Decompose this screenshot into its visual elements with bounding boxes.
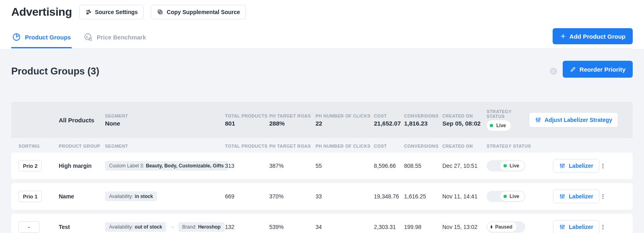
target-roas-value: 288% — [269, 120, 285, 127]
sliders-icon — [85, 9, 92, 15]
segment-label: SEGMENT — [105, 113, 225, 118]
status-value: Live — [496, 123, 506, 128]
priority-chip[interactable]: Prio 2 — [19, 160, 42, 171]
source-settings-button[interactable]: Source Settings — [79, 5, 144, 19]
source-settings-label: Source Settings — [95, 9, 138, 15]
cell-cost: 2,303.31 — [374, 224, 404, 230]
segment-chip[interactable]: Custom Label 3: Beauty, Body, Customizab… — [105, 161, 228, 171]
col-segment: SEGMENT — [105, 144, 225, 148]
plus-icon — [560, 33, 566, 39]
copy-supplemental-label: Copy Supplemental Source — [167, 9, 240, 15]
adjust-labelizer-button[interactable]: Adjust Labelizer Strategy — [529, 112, 618, 128]
table-row: -TestAvailability: out of stock→Brand: H… — [11, 214, 633, 233]
segment-chip[interactable]: Brand: Heroshop — [178, 222, 225, 232]
status-dot-icon — [490, 124, 493, 127]
add-product-group-button[interactable]: Add Product Group — [553, 28, 633, 44]
adjust-labelizer-label: Adjust Labelizer Strategy — [545, 117, 612, 123]
segment-value: None — [105, 120, 120, 127]
clicks-value: 22 — [316, 120, 322, 127]
arrow-right-icon: → — [169, 224, 175, 230]
col-clicks: PH NUMBER OF CLICKS — [316, 144, 374, 148]
status-toggle[interactable]: Live — [487, 191, 525, 202]
cell-cost: 19,348.76 — [374, 193, 404, 200]
labelizer-button[interactable]: Labelizer — [553, 159, 599, 173]
sliders-vertical-icon — [535, 117, 541, 123]
col-total-products: TOTAL PRODUCTS — [225, 144, 269, 148]
product-group-name[interactable]: Name — [59, 193, 105, 200]
col-status: STRATEGY STATUS — [487, 144, 529, 148]
tab-price-benchmark[interactable]: Price Benchmark — [83, 29, 147, 48]
cell-conversions: 808.55 — [404, 163, 442, 169]
labelizer-label: Labelizer — [569, 163, 593, 169]
status-toggle[interactable]: Live — [487, 160, 525, 171]
labelizer-label: Labelizer — [569, 224, 593, 230]
status-label: STRATEGY STATUS — [487, 109, 529, 119]
table-row: Prio 1NameAvailability: in stock669370%3… — [11, 183, 633, 210]
product-group-name[interactable]: High margin — [59, 163, 105, 169]
cell-conversions: 1,616.25 — [404, 193, 442, 200]
cost-label: COST — [374, 113, 404, 118]
status-badge: Live — [487, 120, 511, 131]
conversions-value: 1,816.23 — [404, 120, 427, 127]
cost-value: 21,652.07 — [374, 120, 401, 127]
tab-product-groups-label: Product Groups — [25, 34, 71, 41]
cell-clicks: 34 — [316, 224, 374, 230]
sliders-vertical-icon — [559, 163, 566, 169]
cell-clicks: 55 — [316, 163, 374, 169]
cell-target-roas: 539% — [269, 224, 316, 230]
sliders-vertical-icon — [559, 193, 566, 200]
col-created: CREATED ON — [442, 144, 487, 148]
add-product-group-label: Add Product Group — [570, 33, 625, 40]
summary-all-products: All Products SEGMENT None TOTAL PRODUCTS… — [11, 102, 633, 138]
segment-chip[interactable]: Availability: out of stock — [105, 222, 166, 232]
tab-product-groups[interactable]: Product Groups — [11, 29, 72, 48]
more-menu-icon[interactable]: ⋮ — [599, 193, 607, 200]
cell-total-products: 313 — [225, 163, 269, 169]
cell-created: Nov 11, 14:41 — [442, 193, 487, 200]
labelizer-button[interactable]: Labelizer — [553, 220, 599, 233]
total-products-value: 801 — [225, 120, 235, 127]
col-sorting: SORTING — [19, 144, 59, 148]
status-text: Paused — [495, 224, 512, 230]
priority-chip[interactable]: Prio 1 — [19, 191, 42, 202]
conversions-label: CONVERSIONS — [404, 113, 442, 118]
more-menu-icon[interactable]: ⋮ — [599, 224, 607, 230]
cell-created: Dec 27, 10:51 — [442, 163, 487, 169]
clicks-label: PH NUMBER OF CLICKS — [316, 113, 374, 118]
target-roas-label: PH TARGET ROAS — [269, 113, 316, 118]
segment-cell: Availability: out of stock→Brand: Herosh… — [105, 222, 225, 232]
segment-cell: Custom Label 3: Beauty, Body, Customizab… — [105, 161, 225, 171]
section-title: Product Groups (3) — [11, 66, 99, 77]
table-header: SORTING PRODUCT GROUP SEGMENT TOTAL PROD… — [11, 144, 633, 148]
priority-chip[interactable]: - — [19, 221, 39, 233]
sliders-vertical-icon — [559, 224, 566, 230]
reorder-priority-button[interactable]: Reorder Priority — [563, 61, 633, 78]
euro-search-icon — [84, 33, 93, 41]
labelizer-button[interactable]: Labelizer — [553, 190, 599, 203]
status-dot-icon — [504, 195, 507, 198]
segment-cell: Availability: in stock — [105, 192, 225, 201]
cell-conversions: 199.98 — [404, 224, 442, 230]
cell-cost: 8,596.66 — [374, 163, 404, 169]
cell-total-products: 669 — [225, 193, 269, 200]
reorder-priority-label: Reorder Priority — [580, 66, 625, 73]
product-group-name[interactable]: Test — [59, 224, 105, 230]
info-icon[interactable]: i — [550, 68, 557, 75]
cell-created: Nov 15, 13:02 — [442, 224, 487, 230]
copy-icon — [157, 9, 163, 15]
page-title: Advertising — [11, 6, 72, 19]
col-cost: COST — [374, 144, 404, 148]
created-value: Sep 05, 08:02 — [442, 120, 481, 127]
copy-supplemental-button[interactable]: Copy Supplemental Source — [151, 5, 246, 19]
segment-chip[interactable]: Availability: in stock — [105, 192, 157, 201]
tab-price-benchmark-label: Price Benchmark — [97, 34, 146, 41]
cell-clicks: 33 — [316, 193, 374, 200]
col-conversions: CONVERSIONS — [404, 144, 442, 148]
cell-target-roas: 387% — [269, 163, 316, 169]
status-text: Live — [510, 194, 519, 199]
status-toggle[interactable]: Paused — [487, 221, 525, 233]
status-dot-icon — [504, 164, 507, 167]
more-menu-icon[interactable]: ⋮ — [599, 163, 607, 169]
status-text: Live — [510, 163, 519, 169]
all-products-label: All Products — [59, 117, 105, 124]
